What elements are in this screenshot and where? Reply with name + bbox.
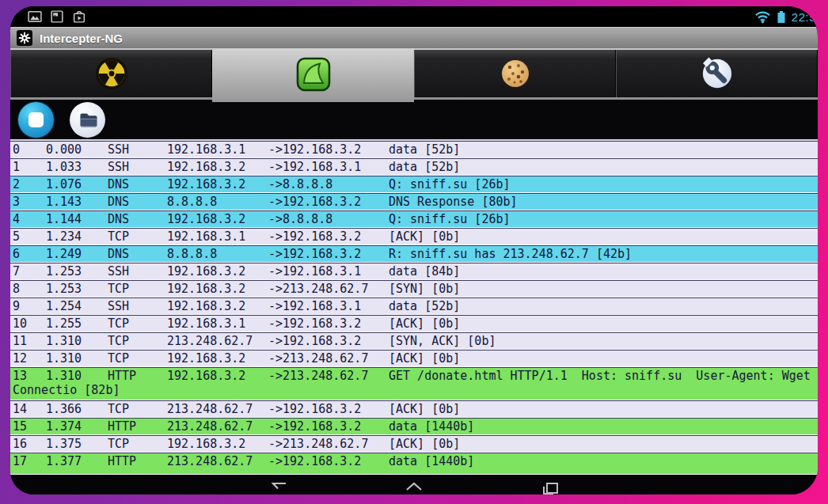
radiation-icon [95, 57, 128, 90]
packet-row[interactable]: 91.254SSH192.168.3.2->192.168.3.1data [5… [10, 297, 818, 315]
tab-sniffer[interactable] [212, 48, 414, 100]
cell-time: 1.033 [46, 159, 108, 175]
cell-source: 192.168.3.2 [167, 368, 268, 384]
packet-row[interactable]: 31.143DNS8.8.8.8->192.168.3.2DNS Respons… [10, 193, 818, 210]
cell-source: 192.168.3.2 [167, 263, 268, 279]
packet-row[interactable]: 21.076DNS192.168.3.2->8.8.8.8Q: sniff.su… [10, 176, 818, 193]
page-title: Intercepter-NG [40, 32, 123, 45]
packet-table: 00.000SSH192.168.3.1->192.168.3.2data [5… [10, 141, 818, 475]
cell-time: 1.234 [46, 229, 108, 244]
screenshot-icon [50, 9, 64, 24]
cell-info: data [52b] [389, 142, 818, 157]
navigation-bar [10, 475, 818, 495]
cell-info: data [1440b] [389, 453, 818, 469]
cell-time: 1.374 [46, 419, 108, 434]
cell-protocol: HTTP [108, 419, 167, 434]
stop-capture-button[interactable] [18, 102, 54, 138]
cell-time: 1.310 [46, 333, 108, 349]
cell-destination: ->192.168.3.2 [268, 316, 389, 332]
cell-protocol: HTTP [108, 453, 167, 469]
tab-settings[interactable] [616, 50, 818, 97]
cell-time: 1.310 [46, 368, 108, 384]
stop-icon [28, 112, 44, 127]
cell-no: 3 [10, 194, 46, 210]
packet-row[interactable]: 71.253SSH192.168.3.2->192.168.3.1data [8… [10, 263, 818, 280]
cell-no: 8 [10, 281, 46, 297]
cell-protocol: SSH [108, 142, 167, 157]
cell-time: 1.253 [46, 263, 108, 279]
cell-time: 1.143 [46, 194, 108, 210]
tab-cookies[interactable] [414, 50, 616, 97]
packet-row[interactable]: 121.310TCP192.168.3.2->213.248.62.7[ACK]… [10, 350, 818, 367]
cell-destination: ->213.248.62.7 [268, 436, 389, 452]
cell-info: [ACK] [0b] [389, 229, 818, 244]
cell-destination: ->192.168.3.2 [268, 333, 389, 349]
wrench-icon [701, 57, 734, 90]
app-logo-icon [17, 30, 32, 46]
packet-row[interactable]: 61.249DNS8.8.8.8->192.168.3.2R: sniff.su… [10, 245, 818, 263]
cell-protocol: TCP [108, 401, 167, 417]
cell-info: R: sniff.su has 213.248.62.7 [42b] [389, 246, 818, 262]
cell-time: 1.076 [46, 176, 108, 192]
cell-destination: ->192.168.3.2 [268, 194, 389, 210]
packet-row[interactable]: 51.234TCP192.168.3.1->192.168.3.2[ACK] [… [10, 228, 818, 245]
cell-no: 14 [10, 401, 46, 417]
packet-row[interactable]: 101.255TCP192.168.3.1->192.168.3.2[ACK] … [10, 315, 818, 332]
cell-info: data [84b] [389, 263, 818, 279]
cell-source: 192.168.3.2 [167, 298, 268, 314]
cell-destination: ->8.8.8.8 [268, 176, 389, 192]
packet-row[interactable]: 11.033SSH192.168.3.2->192.168.3.1data [5… [10, 158, 818, 176]
cell-protocol: DNS [108, 176, 167, 192]
packet-row[interactable]: 171.377HTTP213.248.62.7->192.168.3.2data… [10, 453, 818, 475]
cell-protocol: DNS [108, 246, 167, 262]
open-file-button[interactable] [70, 102, 105, 138]
back-icon[interactable] [268, 481, 288, 495]
cell-protocol: HTTP [108, 368, 167, 384]
cell-destination: ->8.8.8.8 [268, 211, 389, 227]
home-icon[interactable] [404, 481, 424, 495]
packet-row[interactable]: 141.366TCP213.248.62.7->192.168.3.2[ACK]… [10, 400, 818, 418]
packet-row[interactable]: 81.253TCP192.168.3.2->213.248.62.7[SYN] … [10, 280, 818, 297]
cell-source: 192.168.3.2 [167, 281, 268, 297]
packet-row[interactable]: 151.374HTTP213.248.62.7->192.168.3.2data… [10, 418, 818, 435]
cell-no: 6 [10, 246, 46, 262]
cell-info: [ACK] [0b] [389, 351, 818, 366]
cell-no: 2 [10, 176, 46, 192]
cell-info: [SYN] [0b] [389, 281, 818, 297]
cell-destination: ->192.168.3.2 [268, 229, 389, 244]
cell-protocol: TCP [108, 436, 167, 452]
cell-source: 192.168.3.1 [167, 316, 268, 332]
cell-source: 192.168.3.1 [167, 142, 268, 157]
cell-destination: ->192.168.3.2 [268, 142, 389, 157]
cell-protocol: TCP [108, 351, 167, 366]
packet-row[interactable]: 131.310HTTP192.168.3.2->213.248.62.7GET … [10, 367, 818, 400]
cell-protocol: SSH [108, 159, 167, 175]
packet-row[interactable]: 161.375TCP192.168.3.2->213.248.62.7[ACK]… [10, 435, 818, 453]
cell-time: 1.254 [46, 298, 108, 314]
cell-destination: ->213.248.62.7 [268, 368, 389, 384]
cell-time: 1.255 [46, 316, 108, 332]
cell-source: 192.168.3.2 [167, 159, 268, 175]
cell-protocol: DNS [108, 211, 167, 227]
cell-source: 213.248.62.7 [167, 401, 268, 417]
cell-destination: ->213.248.62.7 [268, 281, 389, 297]
cell-no: 7 [10, 263, 46, 279]
cell-no: 17 [10, 453, 46, 469]
status-bar-notifications[interactable] [28, 9, 86, 24]
cell-info: [ACK] [0b] [389, 316, 818, 332]
packet-row[interactable]: 111.310TCP213.248.62.7->192.168.3.2[SYN,… [10, 332, 818, 350]
packet-row[interactable]: 00.000SSH192.168.3.1->192.168.3.2data [5… [10, 141, 818, 158]
cell-no: 11 [10, 333, 46, 349]
cell-protocol: SSH [108, 263, 167, 279]
shark-fin-icon [296, 57, 331, 92]
cell-info: data [52b] [389, 159, 818, 175]
cell-time: 1.253 [46, 281, 108, 297]
cell-protocol: DNS [108, 194, 167, 210]
cell-no: 9 [10, 298, 46, 314]
cell-destination: ->192.168.3.1 [268, 159, 389, 175]
tab-raw-mode[interactable] [10, 50, 212, 97]
recents-icon[interactable] [540, 481, 560, 495]
cell-time: 1.366 [46, 401, 108, 417]
packet-row[interactable]: 41.144DNS192.168.3.2->8.8.8.8Q: sniff.su… [10, 210, 818, 228]
cell-source: 213.248.62.7 [167, 333, 268, 349]
